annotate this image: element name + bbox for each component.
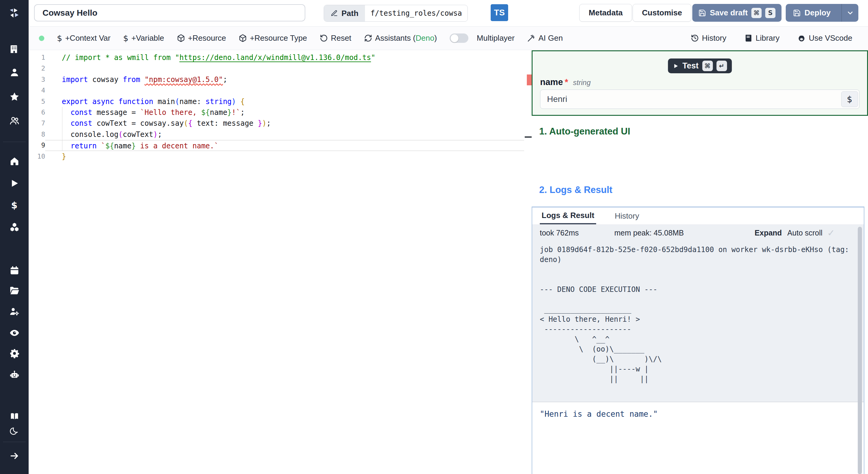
refresh-icon — [364, 34, 372, 42]
dark-mode-moon-icon[interactable] — [8, 425, 21, 437]
cube-icon — [177, 34, 185, 42]
code-line[interactable]: 8 console.log(cowText); — [29, 129, 532, 140]
section-auto-generated-ui: 1. Auto-generated UI — [539, 126, 630, 137]
code-line[interactable]: 10} — [29, 151, 532, 162]
star-icon[interactable] — [8, 91, 21, 103]
code-line[interactable]: 9 return `${name} is a decent name.` — [29, 140, 532, 151]
users-group-icon[interactable] — [8, 115, 21, 127]
history-button[interactable]: History — [691, 33, 726, 43]
cmd-key-badge: ⌘ — [702, 61, 713, 71]
magic-wand-icon — [527, 34, 535, 42]
path-edit-button[interactable]: Path — [324, 5, 365, 22]
dollar-icon: $ — [123, 33, 128, 43]
autoscroll-check-icon[interactable]: ✓ — [827, 228, 835, 238]
windmill-script-editor: $ — [0, 0, 868, 474]
resources-cubes-icon[interactable] — [8, 221, 21, 233]
reset-icon — [320, 34, 328, 42]
test-button[interactable]: Test ⌘ ↵ — [668, 59, 732, 73]
run-panel: Test ⌘ ↵ name* string $ 1. Auto-generate… — [532, 50, 868, 474]
play-icon — [673, 63, 679, 69]
add-variable-button[interactable]: $ +Variable — [123, 33, 164, 43]
line-number: 8 — [29, 129, 45, 140]
tab-history[interactable]: History — [613, 207, 641, 224]
logs-tabbar: Logs & Result History — [532, 207, 864, 225]
overview-ruler-error-marker — [527, 75, 532, 85]
expand-sidebar-arrow-icon[interactable] — [8, 450, 21, 462]
topbar: Path f/testing_roles/cowsa TS Metadata C… — [29, 0, 868, 27]
arg-name-input[interactable] — [540, 94, 841, 104]
mem-peak-label: mem peak: 45.08MB — [614, 229, 684, 237]
line-number: 5 — [29, 96, 45, 107]
line-number: 6 — [29, 107, 45, 118]
groups-settings-icon[interactable] — [8, 305, 21, 318]
use-vscode-button[interactable]: Use VScode — [798, 33, 852, 43]
code-line[interactable]: 2 — [29, 63, 532, 74]
pencil-icon — [331, 10, 338, 17]
schedules-calendar-icon[interactable] — [8, 264, 21, 276]
add-resource-type-button[interactable]: +Resource Type — [239, 33, 307, 43]
arg-type: string — [573, 79, 591, 87]
duration-label: took 762ms — [540, 229, 579, 237]
run-status-row: took 762ms mem peak: 45.08MB Expand Auto… — [532, 225, 864, 241]
sidebar: $ — [0, 0, 29, 474]
code-lines: 1// import * as wmill from "https://deno… — [29, 52, 532, 162]
workers-robot-icon[interactable] — [8, 369, 21, 381]
code-line[interactable]: 4 — [29, 85, 532, 96]
autoscroll-label[interactable]: Auto scroll — [787, 229, 823, 237]
s-key-badge: S — [765, 8, 775, 18]
deploy-button[interactable]: Deploy — [786, 4, 858, 22]
runs-play-icon[interactable] — [8, 177, 21, 189]
path-control[interactable]: Path f/testing_roles/cowsa — [324, 5, 468, 22]
save-icon — [698, 9, 706, 17]
metadata-button[interactable]: Metadata — [579, 4, 632, 22]
assistants-lang: Deno — [415, 33, 434, 42]
line-number: 1 — [29, 52, 45, 63]
dollar-icon: $ — [57, 33, 62, 43]
building-icon[interactable] — [8, 43, 21, 55]
code-editor[interactable]: 1// import * as wmill from "https://deno… — [29, 50, 532, 474]
code-line[interactable]: 6 const message = `Hello there, ${name}!… — [29, 107, 532, 118]
home-icon[interactable] — [8, 155, 21, 167]
library-book-icon — [744, 34, 752, 42]
tab-logs-result[interactable]: Logs & Result — [540, 207, 596, 224]
overview-ruler-cursor-marker — [525, 136, 532, 138]
line-number: 7 — [29, 118, 45, 129]
cube-icon — [239, 34, 247, 42]
path-value: f/testing_roles/cowsa — [365, 5, 467, 22]
ai-gen-button[interactable]: AI Gen — [527, 33, 563, 43]
logs-scrollbar[interactable] — [858, 227, 862, 474]
enter-key-badge: ↵ — [716, 61, 727, 71]
code-line[interactable]: 1// import * as wmill from "https://deno… — [29, 52, 532, 63]
log-output: job 0189d64f-812b-525e-f020-652bd9da1100… — [532, 241, 852, 384]
multiplayer-toggle[interactable] — [450, 33, 468, 43]
assistants-button[interactable]: Assistants (Deno) — [364, 33, 437, 43]
user-icon[interactable] — [8, 66, 21, 79]
docs-book-icon[interactable] — [8, 410, 21, 422]
sidebar-divider — [3, 142, 26, 142]
code-line[interactable]: 3import cowsay from "npm:cowsay@1.5.0"; — [29, 74, 532, 85]
line-number: 2 — [29, 63, 45, 74]
save-icon — [793, 9, 801, 17]
deploy-main[interactable]: Deploy — [786, 4, 838, 22]
sidebar-divider — [3, 442, 26, 442]
add-context-var-button[interactable]: $ +Context Var — [57, 33, 111, 43]
add-resource-button[interactable]: +Resource — [177, 33, 226, 43]
reset-button[interactable]: Reset — [320, 33, 351, 43]
audit-eye-icon[interactable] — [8, 327, 21, 339]
chevron-down-icon — [846, 9, 854, 17]
customise-button[interactable]: Customise — [632, 4, 691, 22]
settings-gear-icon[interactable] — [8, 347, 21, 359]
run-info: took 762ms mem peak: 45.08MB Expand Auto… — [532, 225, 864, 402]
code-line[interactable]: 5export async function main(name: string… — [29, 96, 532, 107]
insert-variable-button[interactable]: $ — [841, 91, 858, 107]
deploy-options-caret[interactable] — [841, 4, 858, 22]
expand-button[interactable]: Expand — [755, 229, 782, 237]
folders-icon[interactable] — [8, 285, 21, 297]
code-line[interactable]: 7 const cowText = cowsay.say({ text: mes… — [29, 118, 532, 129]
windmill-logo-icon[interactable] — [8, 7, 21, 19]
script-title-input[interactable] — [34, 4, 305, 22]
history-clock-icon — [691, 34, 699, 42]
library-button[interactable]: Library — [744, 33, 779, 43]
save-draft-button[interactable]: Save draft ⌘ S — [692, 4, 781, 22]
variables-dollar-icon[interactable]: $ — [8, 199, 21, 211]
